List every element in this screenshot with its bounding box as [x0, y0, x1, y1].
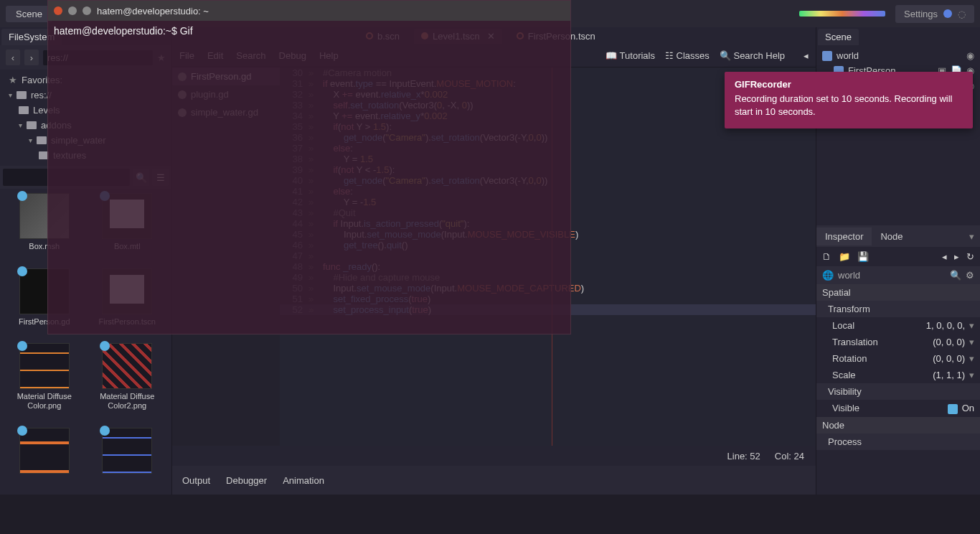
- search-icon[interactable]: 🔍: [950, 270, 961, 281]
- asset-badge-icon: [17, 426, 27, 436]
- globe-icon: 🌐: [822, 270, 834, 281]
- inspector-property[interactable]: Scale(1, 1, 1)▾: [816, 367, 980, 383]
- checkbox-icon[interactable]: [948, 404, 958, 414]
- terminal-prompt: hatem@developerstudio:~$ Gif: [54, 25, 565, 37]
- scene-panel-tab[interactable]: Scene: [818, 29, 859, 45]
- scene-mode-button[interactable]: Scene: [6, 6, 52, 22]
- inspector-panel: 🗋 📁 💾 ◂ ▸ ↻ 🌐 world 🔍 ⚙ SpatialTransform…: [816, 247, 980, 495]
- bottom-tab-output[interactable]: Output: [182, 475, 210, 486]
- inspector-object-row[interactable]: 🌐 world 🔍 ⚙: [816, 266, 980, 284]
- nav-prev-icon[interactable]: ◂: [804, 50, 809, 61]
- inspector-property[interactable]: VisibleOn: [816, 400, 980, 417]
- status-col: Col: 24: [775, 451, 804, 462]
- menu-classes[interactable]: ☷ Classes: [665, 50, 710, 61]
- inspector-tabs: Inspector Node ▾: [816, 225, 980, 247]
- inspector-property[interactable]: Rotation(0, 0, 0)▾: [816, 350, 980, 367]
- asset-badge-icon: [100, 341, 110, 351]
- inspector-subsection[interactable]: Visibility: [816, 383, 980, 400]
- asset-badge-icon: [100, 426, 110, 436]
- history-icon[interactable]: ↻: [966, 251, 974, 262]
- new-resource-icon[interactable]: 🗋: [822, 251, 831, 262]
- scene-node[interactable]: world◉: [819, 48, 977, 63]
- bottom-tab-debugger[interactable]: Debugger: [226, 475, 267, 486]
- asset-badge-icon: [17, 266, 27, 276]
- minimize-icon[interactable]: [68, 6, 77, 15]
- status-line: Line: 52: [727, 451, 760, 462]
- asset-item[interactable]: [4, 428, 85, 490]
- inspector-property[interactable]: Translation(0, 0, 0)▾: [816, 334, 980, 350]
- terminal-titlebar[interactable]: hatem@developerstudio: ~: [48, 1, 570, 21]
- inspector-subsection[interactable]: Process: [816, 434, 980, 450]
- inspector-property[interactable]: Local1, 0, 0, 0,▾: [816, 317, 980, 334]
- menu-search-help[interactable]: 🔍 Search Help: [720, 50, 785, 61]
- terminal-window[interactable]: hatem@developerstudio: ~ hatem@developer…: [47, 0, 571, 334]
- node-icon: [822, 51, 832, 61]
- inspector-tab[interactable]: Inspector: [816, 228, 872, 245]
- notification-body: Recording duration set to 10 seconds. Re…: [735, 93, 963, 118]
- inspector-section[interactable]: Spatial: [816, 284, 980, 301]
- asset-badge-icon: [17, 191, 27, 201]
- maximize-icon[interactable]: [83, 6, 91, 15]
- asset-badge-icon: [17, 341, 27, 351]
- asset-item[interactable]: Material Diffuse Color.png: [4, 343, 85, 425]
- save-resource-icon[interactable]: 💾: [857, 251, 869, 262]
- folder-icon: [19, 106, 29, 114]
- asset-item[interactable]: [88, 428, 168, 490]
- history-next-icon[interactable]: ▸: [954, 251, 959, 262]
- panel-menu-icon[interactable]: ▾: [969, 231, 980, 242]
- history-prev-icon[interactable]: ◂: [942, 251, 947, 262]
- folder-icon: [37, 136, 47, 144]
- notification-toast[interactable]: GIFRecorder Recording duration set to 10…: [725, 72, 973, 128]
- settings-dot-icon: [943, 9, 952, 18]
- nav-back-button[interactable]: ‹: [6, 50, 20, 65]
- nav-forward-button[interactable]: ›: [24, 50, 39, 65]
- close-icon[interactable]: [54, 6, 62, 15]
- folder-icon: [17, 91, 27, 99]
- node-tab[interactable]: Node: [872, 228, 911, 245]
- gear-icon[interactable]: ⚙: [966, 270, 974, 281]
- settings-button[interactable]: Settings ◌: [895, 5, 974, 23]
- notification-title: GIFRecorder: [735, 79, 963, 90]
- folder-icon: [27, 121, 37, 129]
- loading-icon: ◌: [958, 9, 966, 19]
- visibility-icon[interactable]: ◉: [966, 50, 974, 61]
- inspector-subsection[interactable]: Transform: [816, 301, 980, 317]
- inspector-section[interactable]: Node: [816, 417, 980, 434]
- playback-indicator: [799, 11, 885, 17]
- open-resource-icon[interactable]: 📁: [839, 251, 850, 262]
- star-icon: ★: [9, 75, 17, 85]
- terminal-title: hatem@developerstudio: ~: [97, 6, 209, 17]
- bottom-tab-animation[interactable]: Animation: [283, 475, 324, 486]
- menu-tutorials[interactable]: 📖 Tutorials: [606, 50, 655, 61]
- editor-statusbar: Line: 52 Col: 24: [172, 446, 816, 466]
- bottom-dock: OutputDebuggerAnimation: [172, 466, 816, 495]
- asset-item[interactable]: Material Diffuse Color2.png: [88, 343, 168, 425]
